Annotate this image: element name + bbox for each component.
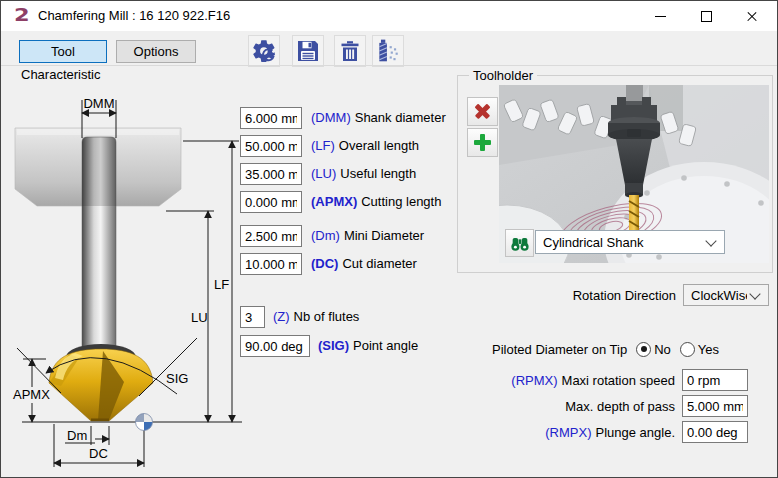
- plunge-angle-input[interactable]: [682, 421, 748, 443]
- field-row-flutes: (Z)Nb of flutes: [240, 306, 359, 328]
- point-angle-input[interactable]: [240, 335, 310, 357]
- tool-shank-shape: [82, 137, 116, 353]
- search-toolholder-button[interactable]: [505, 229, 534, 257]
- minimize-button[interactable]: [637, 1, 683, 31]
- remove-icon: [474, 103, 491, 120]
- cutting-data-icon: [375, 38, 401, 64]
- param-code-lu: (LU): [311, 166, 336, 181]
- cutting-data-button[interactable]: [372, 35, 404, 67]
- maxi-rotation-speed-label: Maxi rotation speed: [562, 373, 675, 388]
- max-depth-of-pass-row: Max. depth of pass: [301, 395, 748, 417]
- cutting-length-input[interactable]: [240, 191, 302, 213]
- trash-icon: [338, 39, 362, 63]
- maxi-rotation-speed-input[interactable]: [682, 369, 748, 391]
- svg-text:APMX: APMX: [13, 387, 50, 402]
- max-depth-of-pass-input[interactable]: [682, 395, 748, 417]
- shank-diameter-input[interactable]: [240, 107, 302, 129]
- toolholder-group-label: Toolholder: [469, 68, 537, 83]
- mini-diameter-input[interactable]: [240, 225, 302, 247]
- param-label-lf: Overall length: [339, 138, 419, 153]
- tool-editor-window: 2 Chamfering Mill : 16 120 922.F16 Tool …: [0, 0, 778, 478]
- svg-text:DMM: DMM: [83, 96, 114, 111]
- radio-dot: [641, 346, 647, 352]
- shank-type-value: Cylindrical Shank: [536, 235, 703, 250]
- delete-button[interactable]: [334, 35, 366, 67]
- maximize-button[interactable]: [683, 1, 729, 31]
- param-code-apmx: (APMX): [311, 194, 357, 209]
- tool-diagram: DMM LF LU SIG APMX Dm DC: [9, 86, 249, 474]
- tab-tool[interactable]: Tool: [19, 40, 107, 63]
- add-icon: [474, 134, 491, 151]
- overall-length-input[interactable]: [240, 135, 302, 157]
- param-code-rmpx: (RMPX): [545, 425, 591, 440]
- param-code-dmm: (DMM): [311, 110, 351, 125]
- window-title: Chamfering Mill : 16 120 922.F16: [38, 8, 230, 23]
- svg-text:Dm: Dm: [67, 428, 87, 443]
- field-row-useful-length: (LU)Useful length: [240, 163, 416, 185]
- plunge-angle-row: (RMPX)Plunge angle.: [301, 421, 748, 443]
- piloted-diameter-label: Piloted Diameter on Tip: [301, 342, 627, 357]
- minimize-icon: [655, 16, 666, 17]
- rotation-direction-row: Rotation Direction: [301, 284, 683, 306]
- title-bar[interactable]: 2 Chamfering Mill : 16 120 922.F16: [1, 1, 777, 31]
- cut-diameter-input[interactable]: [240, 253, 302, 275]
- svg-text:SIG: SIG: [166, 371, 188, 386]
- remove-toolholder-button[interactable]: [467, 97, 498, 126]
- gear-refresh-icon: [251, 38, 277, 64]
- toolbar-separator: [1, 65, 777, 66]
- field-row-mini-diameter: (Dm)Mini Diameter: [240, 225, 424, 247]
- plunge-angle-label: Plunge angle.: [595, 425, 675, 440]
- app-logo: 2: [14, 4, 30, 25]
- param-code-dm: (Dm): [311, 228, 340, 243]
- piloted-yes-label: Yes: [698, 342, 719, 357]
- param-code-lf: (LF): [311, 138, 335, 153]
- param-label-lu: Useful length: [340, 166, 416, 181]
- add-toolholder-button[interactable]: [467, 128, 498, 157]
- close-icon: [746, 10, 758, 22]
- param-code-z: (Z): [273, 309, 290, 324]
- tab-options[interactable]: Options: [116, 40, 196, 63]
- chamfer-tip-shape: [49, 344, 153, 421]
- save-button[interactable]: [292, 35, 324, 67]
- svg-text:LU: LU: [191, 310, 208, 325]
- maxi-rotation-speed-row: (RPMX)Maxi rotation speed: [301, 369, 748, 391]
- chevron-down-icon: [749, 288, 760, 299]
- piloted-yes-radio[interactable]: [680, 342, 695, 357]
- max-depth-of-pass-label: Max. depth of pass: [565, 399, 675, 414]
- rotation-direction-select[interactable]: ClockWise: [683, 284, 769, 306]
- save-icon: [296, 39, 320, 63]
- shank-type-select[interactable]: Cylindrical Shank: [535, 230, 725, 254]
- binoculars-icon: [509, 232, 531, 254]
- useful-length-input[interactable]: [240, 163, 302, 185]
- param-code-rpmx: (RPMX): [511, 373, 557, 388]
- rotation-direction-label: Rotation Direction: [301, 288, 683, 303]
- field-row-shank-diameter: (DMM)Shank diameter: [240, 107, 446, 129]
- svg-text:DC: DC: [89, 446, 108, 461]
- param-label-dm: Mini Diameter: [344, 228, 424, 243]
- flutes-input[interactable]: [240, 306, 265, 328]
- param-code-dc: (DC): [311, 256, 338, 271]
- close-button[interactable]: [729, 1, 775, 31]
- window-controls: [637, 1, 775, 31]
- piloted-diameter-row: Piloted Diameter on Tip No Yes: [301, 338, 719, 360]
- characteristic-group-label: Characteristic: [17, 67, 104, 82]
- piloted-no-label: No: [654, 342, 671, 357]
- param-label-dmm: Shank diameter: [355, 110, 446, 125]
- svg-text:LF: LF: [214, 277, 229, 292]
- update-button[interactable]: [248, 35, 280, 67]
- param-label-z: Nb of flutes: [294, 309, 360, 324]
- field-row-cut-diameter: (DC)Cut diameter: [240, 253, 417, 275]
- param-label-dc: Cut diameter: [342, 256, 416, 271]
- field-row-overall-length: (LF)Overall length: [240, 135, 419, 157]
- param-label-apmx: Cutting length: [361, 194, 441, 209]
- chevron-down-icon: [705, 235, 716, 246]
- maximize-icon: [701, 11, 712, 22]
- origin-marker: [136, 414, 153, 431]
- piloted-no-radio[interactable]: [636, 342, 651, 357]
- field-row-cutting-length: (APMX)Cutting length: [240, 191, 441, 213]
- rotation-direction-value: ClockWise: [684, 288, 747, 303]
